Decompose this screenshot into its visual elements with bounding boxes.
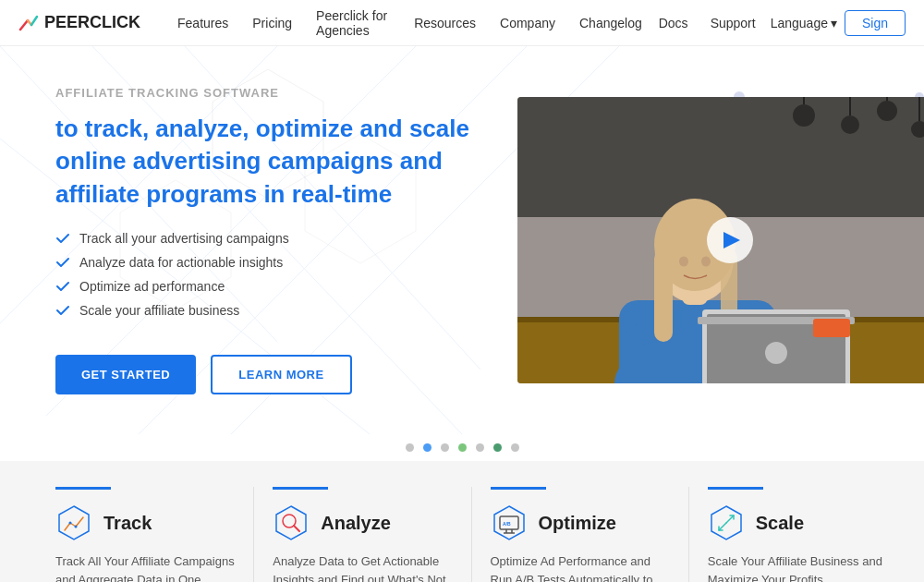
nav-changelog[interactable]: Changelog [570, 12, 651, 34]
svg-point-18 [793, 104, 815, 127]
feature-scale-title: Scale [756, 513, 804, 534]
nav-right: Docs Support Language ▾ Sign [651, 10, 906, 36]
svg-point-46 [75, 526, 78, 528]
nav-links: Features Pricing Peerclick for Agencies … [168, 5, 651, 42]
feature-scale: Scale Scale Your Affiliate Business and … [689, 487, 887, 582]
hero-content: AFFILIATE TRACKING SOFTWARE to track, an… [55, 46, 508, 434]
svg-line-57 [719, 523, 726, 530]
feature-track-header: Track [55, 504, 235, 541]
logo-text: PEERCLICK [44, 13, 140, 32]
nav-support[interactable]: Support [703, 12, 763, 34]
svg-point-37 [679, 257, 688, 267]
svg-line-58 [726, 515, 734, 523]
feature-optimize-title: Optimize [539, 513, 616, 534]
features-section: Track Track All Your Affiliate Campaigns… [0, 461, 924, 582]
bullet-2: Analyze data for actionable insights [55, 255, 490, 270]
bullet-4: Scale your affiliate business [55, 303, 490, 318]
hero-bullets: Track all your advertising campaigns Ana… [55, 231, 490, 327]
feature-scale-header: Scale [708, 504, 887, 541]
svg-point-41 [765, 342, 787, 364]
feature-track: Track Track All Your Affiliate Campaigns… [55, 487, 254, 582]
svg-marker-44 [59, 506, 89, 540]
learn-more-button[interactable]: LEARN MORE [211, 355, 351, 394]
feature-track-line [55, 487, 111, 490]
feature-optimize-desc: Optimize Ad Performance and Run A/B Test… [491, 552, 670, 582]
dot-5[interactable] [476, 443, 484, 452]
svg-point-38 [701, 257, 711, 267]
nav-pricing[interactable]: Pricing [243, 12, 301, 34]
scale-icon [708, 504, 745, 541]
svg-line-2 [31, 17, 37, 25]
feature-analyze-desc: Analyze Data to Get Actionable Insights … [273, 552, 452, 582]
svg-line-49 [294, 526, 299, 531]
svg-rect-17 [517, 97, 924, 217]
dot-2[interactable] [423, 443, 432, 452]
navigation: PEERCLICK Features Pricing Peerclick for… [0, 0, 924, 46]
logo-icon [18, 13, 39, 33]
check-icon-2 [55, 255, 70, 270]
feature-optimize-line [491, 487, 546, 490]
dot-3[interactable] [441, 443, 449, 452]
nav-resources[interactable]: Resources [405, 12, 485, 34]
nav-features[interactable]: Features [168, 12, 237, 34]
feature-optimize: A/B Optimize Optimize Ad Performance and… [472, 487, 689, 582]
sign-in-button[interactable]: Sign [845, 10, 906, 36]
feature-track-desc: Track All Your Affiliate Campaigns and A… [55, 552, 235, 582]
dot-7[interactable] [511, 443, 519, 452]
hero-video-area [508, 46, 924, 434]
feature-track-title: Track [103, 513, 152, 534]
analyze-icon [273, 504, 310, 541]
svg-point-20 [841, 115, 859, 134]
svg-point-45 [69, 522, 72, 525]
feature-scale-desc: Scale Your Affiliate Business and Maximi… [708, 552, 887, 582]
feature-analyze-line [273, 487, 328, 490]
dot-6[interactable] [493, 443, 502, 452]
nav-company[interactable]: Company [491, 12, 565, 34]
hero-subtitle: AFFILIATE TRACKING SOFTWARE [55, 86, 490, 100]
feature-analyze: Analyze Analyze Data to Get Actionable I… [254, 487, 471, 582]
svg-rect-43 [813, 319, 850, 337]
check-icon-3 [55, 279, 70, 294]
carousel-dots [0, 434, 924, 461]
svg-rect-35 [654, 249, 673, 342]
hero-title: to track, analyze, optimize and scale on… [55, 113, 490, 210]
feature-analyze-header: Analyze [273, 504, 452, 541]
dot-1[interactable] [406, 443, 414, 452]
video-play-button[interactable] [707, 217, 753, 263]
dot-4[interactable] [458, 443, 467, 452]
feature-scale-line [708, 487, 763, 490]
check-icon-4 [55, 303, 70, 318]
chevron-down-icon: ▾ [831, 16, 837, 30]
video-thumbnail[interactable] [517, 97, 924, 383]
bullet-1: Track all your advertising campaigns [55, 231, 490, 246]
optimize-icon: A/B [491, 504, 528, 541]
logo[interactable]: PEERCLICK [18, 13, 140, 33]
hero-buttons: GET STARTED LEARN MORE [55, 355, 490, 394]
svg-line-0 [20, 20, 28, 30]
track-icon [55, 504, 92, 541]
check-icon-1 [55, 231, 70, 246]
svg-text:A/B: A/B [503, 521, 511, 527]
bullet-3: Optimize ad performance [55, 279, 490, 294]
nav-docs[interactable]: Docs [651, 12, 696, 34]
feature-optimize-header: A/B Optimize [491, 504, 670, 541]
get-started-button[interactable]: GET STARTED [55, 355, 196, 394]
svg-marker-47 [276, 506, 306, 540]
hero-section: AFFILIATE TRACKING SOFTWARE to track, an… [0, 46, 924, 434]
nav-agencies[interactable]: Peerclick for Agencies [307, 5, 399, 42]
feature-analyze-title: Analyze [321, 513, 391, 534]
language-button[interactable]: Language ▾ [771, 16, 837, 30]
svg-point-22 [877, 101, 897, 121]
